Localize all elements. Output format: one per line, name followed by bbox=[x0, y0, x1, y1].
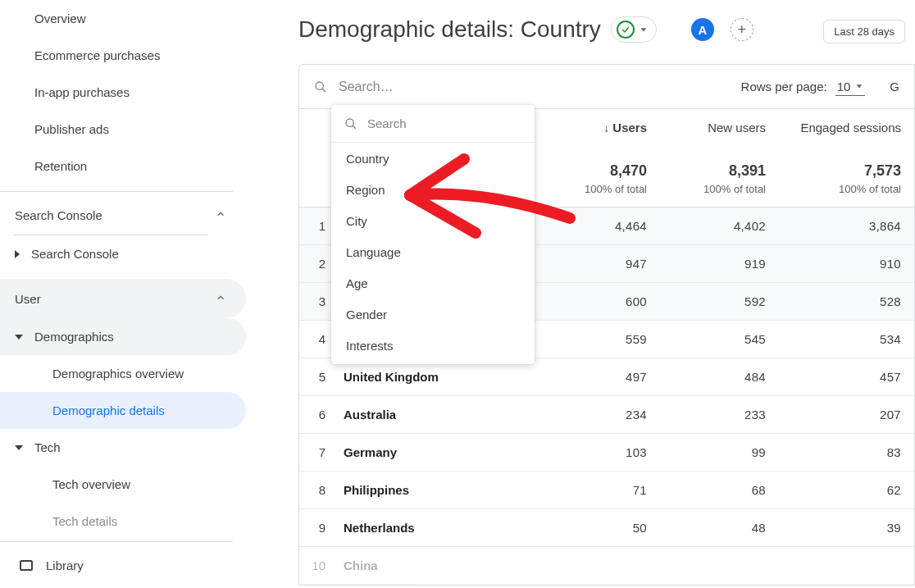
sidebar-item-overview[interactable]: Overview bbox=[0, 0, 246, 37]
row-users: 600 bbox=[544, 294, 658, 308]
section-label: User bbox=[15, 292, 41, 306]
chevron-up-icon bbox=[215, 292, 226, 306]
divider bbox=[0, 541, 233, 542]
table-search[interactable]: Search… bbox=[314, 80, 394, 94]
sidebar-item-label: Library bbox=[46, 558, 84, 572]
row-country: Germany bbox=[344, 445, 544, 459]
chevron-down-icon bbox=[15, 445, 23, 450]
sidebar-item-tech[interactable]: Tech bbox=[0, 429, 246, 466]
section-header-search-console[interactable]: Search Console bbox=[0, 195, 246, 235]
avatar[interactable]: A bbox=[691, 18, 714, 41]
sidebar-item-publisher[interactable]: Publisher ads bbox=[0, 111, 246, 148]
row-index: 10 bbox=[299, 558, 344, 572]
dropdown-item[interactable]: Age bbox=[331, 267, 535, 299]
row-country: United Kingdom bbox=[344, 370, 544, 384]
table-row[interactable]: 10China bbox=[299, 547, 914, 585]
sidebar-item-label: Overview bbox=[34, 11, 86, 25]
section-header-user[interactable]: User bbox=[0, 279, 246, 318]
row-sessions: 910 bbox=[777, 257, 913, 271]
row-country: Philippines bbox=[344, 483, 544, 497]
sidebar-item-label: Tech details bbox=[52, 514, 117, 528]
dimension-dropdown: Search CountryRegionCityLanguageAgeGende… bbox=[331, 105, 535, 364]
row-sessions: 457 bbox=[777, 370, 913, 384]
row-users: 234 bbox=[544, 408, 658, 422]
svg-marker-0 bbox=[641, 28, 647, 31]
column-header-new-users[interactable]: New users 8,391 100% of total bbox=[658, 109, 777, 207]
sidebar-item-retention[interactable]: Retention bbox=[0, 148, 246, 185]
svg-line-5 bbox=[353, 125, 356, 129]
sidebar-item-ecommerce[interactable]: Ecommerce purchases bbox=[0, 37, 246, 74]
sidebar-item-label: Demographics overview bbox=[52, 367, 184, 381]
row-users: 4,464 bbox=[544, 219, 658, 233]
sidebar-item-library[interactable]: Library bbox=[0, 545, 246, 585]
search-placeholder: Search… bbox=[339, 80, 394, 94]
search-icon bbox=[344, 117, 357, 130]
dropdown-search[interactable]: Search bbox=[331, 105, 535, 143]
row-users: 71 bbox=[544, 483, 658, 497]
row-new-users: 233 bbox=[658, 408, 777, 422]
table-row[interactable]: 7Germany1039983 bbox=[299, 434, 914, 472]
row-users: 559 bbox=[544, 332, 658, 346]
row-new-users: 592 bbox=[658, 294, 777, 308]
sidebar-item-label: Ecommerce purchases bbox=[34, 48, 160, 62]
title-row: Demographic details: Country A + bbox=[298, 16, 915, 43]
totals-sessions: 7,573 bbox=[864, 162, 901, 180]
chevron-right-icon bbox=[15, 250, 20, 258]
column-header-users[interactable]: ↓Users 8,470 100% of total bbox=[544, 109, 658, 207]
dropdown-item[interactable]: Language bbox=[331, 236, 535, 267]
sidebar-item-demographic-details[interactable]: Demographic details bbox=[0, 392, 246, 429]
totals-pct: 100% of total bbox=[585, 183, 647, 195]
sidebar-item-search-console[interactable]: Search Console bbox=[0, 235, 246, 272]
row-users: 497 bbox=[544, 370, 658, 384]
divider bbox=[0, 191, 233, 192]
row-new-users: 484 bbox=[658, 370, 777, 384]
dropdown-item[interactable]: Country bbox=[331, 143, 535, 174]
dropdown-item[interactable]: Gender bbox=[331, 299, 535, 330]
dropdown-item[interactable]: Interests bbox=[331, 330, 535, 361]
date-range-chip[interactable]: Last 28 days bbox=[823, 20, 905, 43]
row-sessions: 207 bbox=[777, 408, 913, 422]
svg-point-1 bbox=[316, 82, 323, 89]
row-index: 7 bbox=[299, 445, 344, 459]
row-new-users: 99 bbox=[658, 445, 777, 459]
sidebar-item-tech-overview[interactable]: Tech overview bbox=[0, 466, 246, 503]
check-circle-icon bbox=[617, 21, 635, 39]
rows-per-page-select[interactable]: 10 bbox=[835, 78, 866, 96]
row-new-users: 919 bbox=[658, 257, 777, 271]
row-new-users: 545 bbox=[658, 332, 777, 346]
chevron-up-icon bbox=[215, 208, 226, 222]
status-popover-button[interactable] bbox=[611, 16, 657, 43]
row-users: 103 bbox=[544, 445, 658, 459]
table-row[interactable]: 9Netherlands504839 bbox=[299, 509, 914, 547]
row-new-users: 4,402 bbox=[658, 219, 777, 233]
sidebar-item-demographics-overview[interactable]: Demographics overview bbox=[0, 355, 246, 392]
sidebar-item-label: Tech bbox=[34, 440, 61, 454]
column-header-sessions[interactable]: Engaged sessions 7,573 100% of total bbox=[777, 109, 913, 207]
table-row[interactable]: 6Australia234233207 bbox=[299, 396, 914, 434]
sidebar-item-inapp[interactable]: In-app purchases bbox=[0, 74, 246, 111]
svg-line-2 bbox=[322, 89, 325, 92]
dropdown-item[interactable]: Region bbox=[331, 174, 535, 205]
row-sessions: 39 bbox=[777, 521, 913, 535]
sidebar-item-demographics[interactable]: Demographics bbox=[0, 318, 246, 355]
add-comparison-button[interactable]: + bbox=[731, 18, 753, 41]
rows-per-page: Rows per page: 10 G bbox=[741, 78, 899, 96]
table-row[interactable]: 8Philippines716862 bbox=[299, 472, 914, 509]
svg-marker-3 bbox=[857, 84, 863, 88]
sidebar-item-label: In-app purchases bbox=[34, 85, 130, 99]
row-sessions: 3,864 bbox=[777, 219, 913, 233]
plus-icon: + bbox=[738, 21, 747, 39]
chevron-down-icon bbox=[640, 25, 648, 34]
chevron-down-icon bbox=[15, 335, 23, 340]
totals-new-users: 8,391 bbox=[729, 162, 766, 180]
sidebar-item-label: Tech overview bbox=[52, 477, 130, 491]
totals-users: 8,470 bbox=[610, 162, 647, 180]
sidebar-item-tech-details[interactable]: Tech details bbox=[0, 503, 246, 540]
sidebar-item-label: Publisher ads bbox=[34, 122, 109, 136]
sidebar: Overview Ecommerce purchases In-app purc… bbox=[0, 0, 246, 588]
row-index: 9 bbox=[299, 521, 344, 535]
row-sessions: 534 bbox=[777, 332, 913, 346]
dropdown-item[interactable]: City bbox=[331, 205, 535, 236]
search-icon bbox=[314, 80, 327, 93]
row-index: 6 bbox=[299, 408, 344, 422]
